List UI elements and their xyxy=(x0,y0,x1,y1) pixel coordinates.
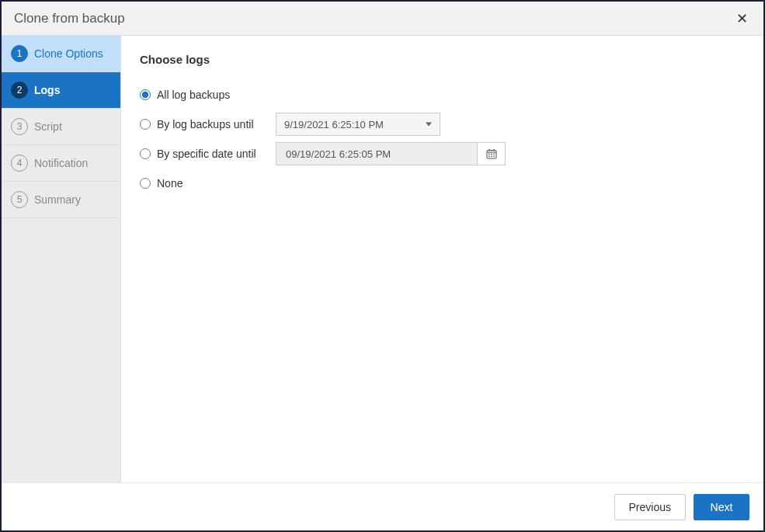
calendar-icon xyxy=(486,148,497,159)
radio-label-all[interactable]: All log backups xyxy=(157,89,230,101)
specific-date-input[interactable]: 09/19/2021 6:25:05 PM xyxy=(276,142,478,165)
radio-label-by-log-backups[interactable]: By log backups until xyxy=(157,118,269,130)
radio-all-log-backups[interactable] xyxy=(140,89,151,100)
option-by-specific-date-until: By specific date until 09/19/2021 6:25:0… xyxy=(140,142,745,165)
chevron-down-icon xyxy=(426,123,432,127)
wizard-step-notification[interactable]: 4 Notification xyxy=(2,145,120,182)
clone-from-backup-dialog: Clone from backup ✕ 1 Clone Options 2 Lo… xyxy=(0,0,765,532)
svg-rect-5 xyxy=(491,154,492,155)
svg-rect-6 xyxy=(493,154,495,155)
svg-rect-9 xyxy=(493,156,495,158)
step-label: Summary xyxy=(34,193,81,206)
previous-button[interactable]: Previous xyxy=(614,494,686,520)
wizard-step-logs[interactable]: 2 Logs xyxy=(2,72,120,109)
step-number: 3 xyxy=(11,118,28,135)
step-number: 1 xyxy=(11,45,28,62)
step-number: 5 xyxy=(11,191,28,208)
dialog-body: 1 Clone Options 2 Logs 3 Script 4 Notifi… xyxy=(2,36,763,482)
step-number: 2 xyxy=(11,82,28,99)
option-none: None xyxy=(140,172,745,195)
dialog-header: Clone from backup ✕ xyxy=(2,2,763,36)
next-button[interactable]: Next xyxy=(694,494,749,520)
wizard-step-clone-options[interactable]: 1 Clone Options xyxy=(2,36,120,72)
select-value: 9/19/2021 6:25:10 PM xyxy=(284,119,384,130)
dialog-title: Clone from backup xyxy=(14,11,125,26)
radio-by-log-backups-until[interactable] xyxy=(140,119,151,130)
svg-rect-4 xyxy=(489,154,490,155)
option-all-log-backups: All log backups xyxy=(140,83,745,106)
radio-none[interactable] xyxy=(140,178,151,189)
step-number: 4 xyxy=(11,155,28,172)
wizard-step-script[interactable]: 3 Script xyxy=(2,109,120,145)
wizard-sidebar: 1 Clone Options 2 Logs 3 Script 4 Notifi… xyxy=(2,36,121,482)
calendar-picker-button[interactable] xyxy=(478,142,506,165)
step-label: Script xyxy=(34,120,62,133)
radio-by-specific-date-until[interactable] xyxy=(140,148,151,159)
step-label: Clone Options xyxy=(34,47,103,60)
datetime-group: 09/19/2021 6:25:05 PM xyxy=(276,142,506,165)
radio-label-none[interactable]: None xyxy=(157,177,183,190)
wizard-step-summary[interactable]: 5 Summary xyxy=(2,182,120,218)
step-label: Logs xyxy=(34,84,60,96)
svg-rect-8 xyxy=(491,156,492,158)
close-icon[interactable]: ✕ xyxy=(733,12,751,26)
svg-rect-7 xyxy=(489,156,490,158)
radio-label-by-specific-date[interactable]: By specific date until xyxy=(157,148,269,160)
datetime-value: 09/19/2021 6:25:05 PM xyxy=(286,148,391,160)
step-label: Notification xyxy=(34,157,88,169)
option-by-log-backups-until: By log backups until 9/19/2021 6:25:10 P… xyxy=(140,113,745,136)
main-content: Choose logs All log backups By log backu… xyxy=(121,36,763,482)
dialog-footer: Previous Next xyxy=(2,482,763,530)
log-backup-timestamp-select[interactable]: 9/19/2021 6:25:10 PM xyxy=(276,113,440,136)
content-heading: Choose logs xyxy=(140,53,745,66)
